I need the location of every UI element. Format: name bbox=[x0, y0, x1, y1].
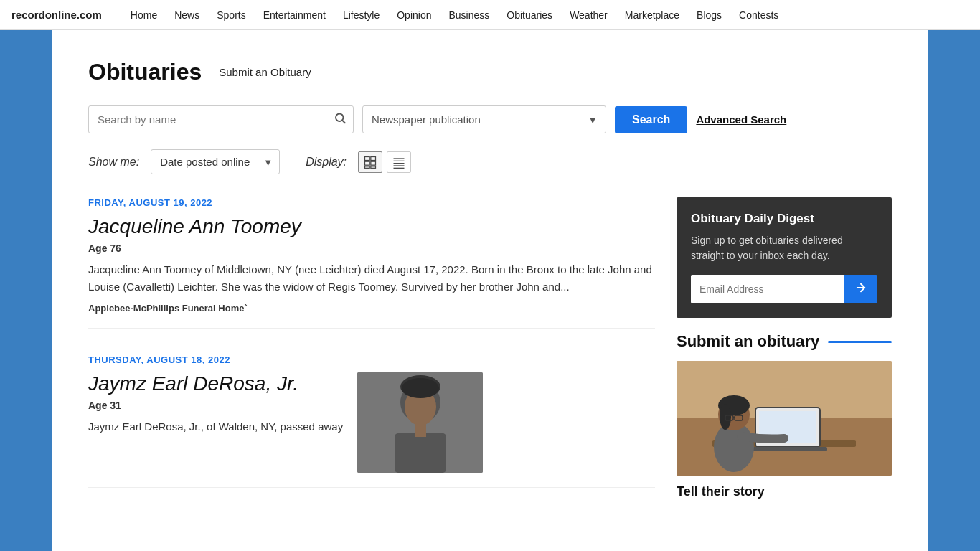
show-me-select-wrap: Date posted online Name Date of death ▼ bbox=[151, 149, 280, 174]
svg-rect-2 bbox=[365, 156, 370, 160]
svg-rect-26 bbox=[748, 447, 827, 451]
search-button[interactable]: Search bbox=[615, 106, 687, 133]
obit-entry-2: THURSDAY, AUGUST 18, 2022 Jaymz Earl DeR… bbox=[88, 354, 655, 488]
obit-entry-1: FRIDAY, AUGUST 19, 2022 Jacqueline Ann T… bbox=[88, 197, 655, 329]
obit-age-1: Age 76 bbox=[88, 242, 655, 254]
main-content: FRIDAY, AUGUST 19, 2022 Jacqueline Ann T… bbox=[88, 197, 655, 514]
page-wrapper: Obituaries Submit an Obituary Newspaper … bbox=[38, 30, 942, 551]
list-icon bbox=[392, 155, 406, 169]
show-me-select[interactable]: Date posted online Name Date of death bbox=[151, 149, 280, 174]
svg-point-17 bbox=[402, 378, 439, 398]
digest-title: Obituary Daily Digest bbox=[691, 212, 877, 226]
search-icon-button[interactable] bbox=[334, 111, 347, 128]
page-title: Obituaries bbox=[88, 59, 202, 85]
obit-date-1: FRIDAY, AUGUST 19, 2022 bbox=[88, 197, 655, 208]
search-icon bbox=[334, 111, 347, 124]
svg-rect-18 bbox=[395, 433, 446, 473]
obit-photo-2 bbox=[357, 372, 483, 473]
advanced-search-link[interactable]: Advanced Search bbox=[696, 113, 786, 126]
submit-obituary-link[interactable]: Submit an Obituary bbox=[219, 66, 311, 78]
navbar: recordonline.com Home News Sports Entert… bbox=[0, 0, 980, 30]
obit-title-2[interactable]: Jaymz Earl DeRosa, Jr. bbox=[88, 372, 343, 395]
portrait-svg bbox=[357, 372, 483, 473]
search-name-wrap bbox=[88, 105, 354, 133]
show-me-label: Show me: bbox=[88, 156, 139, 169]
newspaper-select[interactable]: Newspaper publication Times Herald-Recor… bbox=[362, 105, 606, 133]
nav-home[interactable]: Home bbox=[122, 0, 166, 30]
nav-news[interactable]: News bbox=[166, 0, 208, 30]
svg-rect-6 bbox=[365, 166, 370, 168]
digest-email-input[interactable] bbox=[691, 275, 844, 303]
digest-desc: Sign up to get obituaries delivered stra… bbox=[691, 233, 877, 263]
nav-business[interactable]: Business bbox=[440, 0, 499, 30]
obit-age-2: Age 31 bbox=[88, 400, 343, 411]
search-name-input[interactable] bbox=[88, 105, 354, 133]
nav-links: Home News Sports Entertainment Lifestyle… bbox=[122, 0, 787, 30]
obit-excerpt-2: Jaymz Earl DeRosa, Jr., of Walden, NY, p… bbox=[88, 418, 343, 435]
nav-lifestyle[interactable]: Lifestyle bbox=[334, 0, 388, 30]
submit-obit-image bbox=[677, 361, 892, 476]
nav-blogs[interactable]: Blogs bbox=[688, 0, 730, 30]
nav-weather[interactable]: Weather bbox=[561, 0, 616, 30]
obit-title-1[interactable]: Jacqueline Ann Toomey bbox=[88, 215, 655, 238]
site-brand[interactable]: recordonline.com bbox=[11, 9, 102, 21]
nav-obituaries[interactable]: Obituaries bbox=[498, 0, 561, 30]
page-title-row: Obituaries Submit an Obituary bbox=[88, 59, 892, 85]
content-card: Obituaries Submit an Obituary Newspaper … bbox=[52, 30, 928, 551]
obit-date-2: THURSDAY, AUGUST 18, 2022 bbox=[88, 354, 655, 365]
tell-story-text: Tell their story bbox=[677, 484, 892, 499]
svg-rect-5 bbox=[371, 161, 376, 165]
obit-excerpt-1: Jacqueline Ann Toomey of Middletown, NY … bbox=[88, 261, 655, 296]
digest-submit-button[interactable] bbox=[844, 275, 877, 303]
nav-marketplace[interactable]: Marketplace bbox=[616, 0, 688, 30]
nav-contests[interactable]: Contests bbox=[730, 0, 787, 30]
nav-sports[interactable]: Sports bbox=[208, 0, 254, 30]
nav-entertainment[interactable]: Entertainment bbox=[255, 0, 334, 30]
display-buttons bbox=[358, 151, 411, 173]
submit-obit-title: Submit an obituary bbox=[677, 332, 892, 351]
svg-rect-3 bbox=[371, 156, 376, 160]
display-grid-button[interactable] bbox=[358, 151, 382, 173]
svg-rect-7 bbox=[371, 166, 376, 168]
svg-rect-19 bbox=[415, 424, 426, 437]
newspaper-select-wrap: Newspaper publication Times Herald-Recor… bbox=[362, 105, 606, 133]
display-label: Display: bbox=[306, 156, 347, 169]
submit-obit-section: Submit an obituary bbox=[677, 332, 892, 499]
sidebar: Obituary Daily Digest Sign up to get obi… bbox=[677, 197, 892, 514]
show-me-row: Show me: Date posted online Name Date of… bbox=[88, 149, 892, 174]
submit-obit-illustration bbox=[677, 361, 892, 476]
obit-row-2: Jaymz Earl DeRosa, Jr. Age 31 Jaymz Earl… bbox=[88, 372, 655, 473]
arrow-right-icon bbox=[854, 281, 867, 294]
digest-box: Obituary Daily Digest Sign up to get obi… bbox=[677, 197, 892, 318]
nav-opinion[interactable]: Opinion bbox=[388, 0, 440, 30]
obit-text-2: Jaymz Earl DeRosa, Jr. Age 31 Jaymz Earl… bbox=[88, 372, 343, 443]
digest-input-row bbox=[691, 275, 877, 303]
display-list-button[interactable] bbox=[387, 151, 411, 173]
svg-rect-4 bbox=[365, 161, 370, 165]
search-row: Newspaper publication Times Herald-Recor… bbox=[88, 105, 892, 133]
obit-source-1: Applebee-McPhillips Funeral Home` bbox=[88, 303, 655, 314]
main-sidebar: FRIDAY, AUGUST 19, 2022 Jacqueline Ann T… bbox=[88, 197, 892, 514]
svg-line-1 bbox=[342, 120, 344, 122]
grid-icon bbox=[363, 155, 377, 169]
